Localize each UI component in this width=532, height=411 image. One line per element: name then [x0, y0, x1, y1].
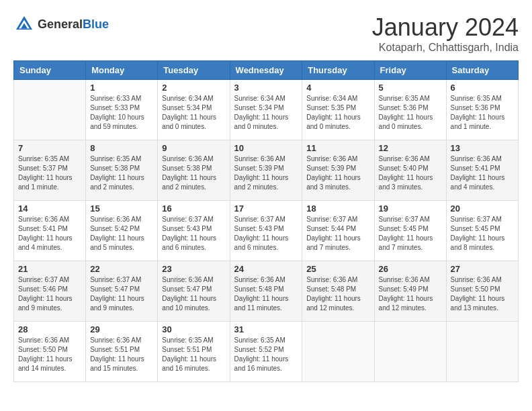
day-info: Sunrise: 6:37 AM Sunset: 5:46 PM Dayligh… — [18, 275, 81, 313]
day-info: Sunrise: 6:36 AM Sunset: 5:50 PM Dayligh… — [451, 275, 514, 313]
day-info: Sunrise: 6:36 AM Sunset: 5:41 PM Dayligh… — [18, 215, 81, 253]
logo-icon — [13, 13, 35, 35]
weekday-header-sunday: Sunday — [14, 61, 86, 80]
calendar-week-row: 7Sunrise: 6:35 AM Sunset: 5:37 PM Daylig… — [14, 140, 519, 201]
day-number: 23 — [162, 264, 225, 274]
calendar-table: SundayMondayTuesdayWednesdayThursdayFrid… — [13, 60, 519, 382]
day-info: Sunrise: 6:34 AM Sunset: 5:34 PM Dayligh… — [162, 94, 225, 132]
calendar-week-row: 14Sunrise: 6:36 AM Sunset: 5:41 PM Dayli… — [14, 201, 519, 261]
day-number: 13 — [451, 143, 514, 153]
calendar-day-cell: 4Sunrise: 6:34 AM Sunset: 5:35 PM Daylig… — [302, 80, 374, 140]
day-info: Sunrise: 6:34 AM Sunset: 5:34 PM Dayligh… — [234, 94, 298, 132]
day-number: 24 — [234, 264, 298, 274]
calendar-day-cell: 11Sunrise: 6:36 AM Sunset: 5:39 PM Dayli… — [302, 140, 374, 201]
logo-text: GeneralBlue — [38, 17, 109, 32]
day-info: Sunrise: 6:37 AM Sunset: 5:43 PM Dayligh… — [234, 215, 298, 253]
day-number: 28 — [18, 324, 81, 334]
calendar-day-cell: 20Sunrise: 6:37 AM Sunset: 5:45 PM Dayli… — [446, 201, 518, 261]
calendar-day-cell: 9Sunrise: 6:36 AM Sunset: 5:38 PM Daylig… — [158, 140, 230, 201]
calendar-day-cell: 23Sunrise: 6:36 AM Sunset: 5:47 PM Dayli… — [158, 261, 230, 322]
day-number: 11 — [306, 143, 369, 153]
day-number: 12 — [379, 143, 442, 153]
day-info: Sunrise: 6:36 AM Sunset: 5:51 PM Dayligh… — [90, 336, 153, 373]
logo-general: General — [38, 17, 83, 31]
day-number: 10 — [234, 143, 298, 153]
weekday-header-thursday: Thursday — [302, 61, 374, 80]
day-info: Sunrise: 6:35 AM Sunset: 5:36 PM Dayligh… — [451, 94, 514, 132]
calendar-day-cell: 19Sunrise: 6:37 AM Sunset: 5:45 PM Dayli… — [374, 201, 446, 261]
calendar-week-row: 1Sunrise: 6:33 AM Sunset: 5:33 PM Daylig… — [14, 80, 519, 140]
day-info: Sunrise: 6:33 AM Sunset: 5:33 PM Dayligh… — [90, 94, 153, 132]
day-number: 1 — [90, 83, 153, 93]
calendar-day-cell: 29Sunrise: 6:36 AM Sunset: 5:51 PM Dayli… — [86, 322, 158, 382]
page-header: GeneralBlue January 2024 Kotaparh, Chhat… — [13, 13, 519, 54]
title-block: January 2024 Kotaparh, Chhattisgarh, Ind… — [372, 13, 519, 54]
day-number: 21 — [18, 264, 81, 274]
day-info: Sunrise: 6:36 AM Sunset: 5:42 PM Dayligh… — [90, 215, 153, 253]
calendar-day-cell: 26Sunrise: 6:36 AM Sunset: 5:49 PM Dayli… — [374, 261, 446, 322]
day-number: 26 — [379, 264, 442, 274]
calendar-day-cell: 18Sunrise: 6:37 AM Sunset: 5:44 PM Dayli… — [302, 201, 374, 261]
calendar-day-cell: 7Sunrise: 6:35 AM Sunset: 5:37 PM Daylig… — [14, 140, 86, 201]
calendar-day-cell: 17Sunrise: 6:37 AM Sunset: 5:43 PM Dayli… — [230, 201, 302, 261]
weekday-header-saturday: Saturday — [446, 61, 518, 80]
day-number: 27 — [451, 264, 514, 274]
day-info: Sunrise: 6:36 AM Sunset: 5:49 PM Dayligh… — [379, 275, 442, 313]
calendar-day-cell: 3Sunrise: 6:34 AM Sunset: 5:34 PM Daylig… — [230, 80, 302, 140]
calendar-day-cell: 25Sunrise: 6:36 AM Sunset: 5:48 PM Dayli… — [302, 261, 374, 322]
day-info: Sunrise: 6:35 AM Sunset: 5:37 PM Dayligh… — [18, 154, 81, 192]
logo-blue: Blue — [83, 17, 109, 31]
calendar-day-cell: 28Sunrise: 6:36 AM Sunset: 5:50 PM Dayli… — [14, 322, 86, 382]
calendar-day-cell: 15Sunrise: 6:36 AM Sunset: 5:42 PM Dayli… — [86, 201, 158, 261]
day-number: 16 — [162, 203, 225, 214]
day-info: Sunrise: 6:37 AM Sunset: 5:45 PM Dayligh… — [379, 215, 442, 253]
calendar-day-cell — [446, 322, 518, 382]
day-info: Sunrise: 6:36 AM Sunset: 5:48 PM Dayligh… — [306, 275, 369, 313]
day-number: 17 — [234, 203, 298, 214]
day-number: 6 — [451, 83, 514, 93]
day-number: 7 — [18, 143, 81, 153]
day-info: Sunrise: 6:36 AM Sunset: 5:40 PM Dayligh… — [379, 154, 442, 192]
calendar-day-cell: 22Sunrise: 6:37 AM Sunset: 5:47 PM Dayli… — [86, 261, 158, 322]
day-number: 31 — [234, 324, 298, 334]
day-info: Sunrise: 6:35 AM Sunset: 5:52 PM Dayligh… — [234, 336, 298, 373]
calendar-day-cell: 16Sunrise: 6:37 AM Sunset: 5:43 PM Dayli… — [158, 201, 230, 261]
day-number: 4 — [306, 83, 369, 93]
calendar-week-row: 21Sunrise: 6:37 AM Sunset: 5:46 PM Dayli… — [14, 261, 519, 322]
calendar-day-cell: 24Sunrise: 6:36 AM Sunset: 5:48 PM Dayli… — [230, 261, 302, 322]
location-subtitle: Kotaparh, Chhattisgarh, India — [372, 42, 519, 54]
day-number: 22 — [90, 264, 153, 274]
calendar-day-cell: 30Sunrise: 6:35 AM Sunset: 5:51 PM Dayli… — [158, 322, 230, 382]
month-year-title: January 2024 — [372, 13, 519, 42]
day-info: Sunrise: 6:37 AM Sunset: 5:44 PM Dayligh… — [306, 215, 369, 253]
calendar-day-cell: 2Sunrise: 6:34 AM Sunset: 5:34 PM Daylig… — [158, 80, 230, 140]
day-info: Sunrise: 6:34 AM Sunset: 5:35 PM Dayligh… — [306, 94, 369, 132]
day-number: 29 — [90, 324, 153, 334]
day-info: Sunrise: 6:36 AM Sunset: 5:38 PM Dayligh… — [162, 154, 225, 192]
day-number: 9 — [162, 143, 225, 153]
calendar-day-cell — [374, 322, 446, 382]
calendar-week-row: 28Sunrise: 6:36 AM Sunset: 5:50 PM Dayli… — [14, 322, 519, 382]
day-number: 5 — [379, 83, 442, 93]
day-number: 2 — [162, 83, 225, 93]
day-number: 15 — [90, 203, 153, 214]
calendar-day-cell: 14Sunrise: 6:36 AM Sunset: 5:41 PM Dayli… — [14, 201, 86, 261]
calendar-day-cell: 8Sunrise: 6:35 AM Sunset: 5:38 PM Daylig… — [86, 140, 158, 201]
day-info: Sunrise: 6:36 AM Sunset: 5:41 PM Dayligh… — [451, 154, 514, 192]
calendar-day-cell: 27Sunrise: 6:36 AM Sunset: 5:50 PM Dayli… — [446, 261, 518, 322]
day-number: 19 — [379, 203, 442, 214]
day-number: 20 — [451, 203, 514, 214]
day-info: Sunrise: 6:35 AM Sunset: 5:36 PM Dayligh… — [379, 94, 442, 132]
day-info: Sunrise: 6:35 AM Sunset: 5:38 PM Dayligh… — [90, 154, 153, 192]
day-info: Sunrise: 6:36 AM Sunset: 5:39 PM Dayligh… — [306, 154, 369, 192]
calendar-day-cell: 6Sunrise: 6:35 AM Sunset: 5:36 PM Daylig… — [446, 80, 518, 140]
calendar-day-cell: 1Sunrise: 6:33 AM Sunset: 5:33 PM Daylig… — [86, 80, 158, 140]
weekday-header-friday: Friday — [374, 61, 446, 80]
day-info: Sunrise: 6:36 AM Sunset: 5:50 PM Dayligh… — [18, 336, 81, 373]
logo: GeneralBlue — [13, 13, 109, 35]
calendar-day-cell — [302, 322, 374, 382]
day-info: Sunrise: 6:37 AM Sunset: 5:43 PM Dayligh… — [162, 215, 225, 253]
weekday-header-monday: Monday — [86, 61, 158, 80]
calendar-day-cell: 13Sunrise: 6:36 AM Sunset: 5:41 PM Dayli… — [446, 140, 518, 201]
day-info: Sunrise: 6:37 AM Sunset: 5:47 PM Dayligh… — [90, 275, 153, 313]
